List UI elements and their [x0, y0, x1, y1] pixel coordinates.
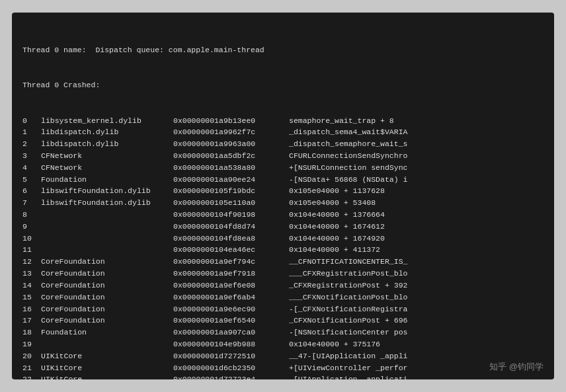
table-row: 16CoreFoundation0x00000001a9e6ec90-[_CFX… [22, 303, 544, 315]
table-row: 14CoreFoundation0x00000001a9ef6e08_CFXRe… [22, 280, 544, 292]
row-library: CoreFoundation [41, 315, 173, 327]
row-address: 0x00000001a9ef794c [173, 256, 289, 268]
row-library: libdispatch.dylib [41, 138, 173, 150]
table-row: 80x0000000104f901980x104e40000 + 1376664 [22, 209, 544, 221]
row-address: 0x00000001d6cb2350 [173, 362, 289, 374]
row-number: 6 [22, 185, 41, 197]
row-address: 0x00000001aa90ee24 [173, 174, 289, 186]
row-symbol: _CFXRegistrationPost + 392 [289, 280, 407, 292]
row-number: 16 [22, 303, 41, 315]
row-symbol: __47-[UIApplication _appli [289, 350, 407, 362]
terminal-window: Thread 0 name: Dispatch queue: com.apple… [12, 13, 554, 379]
header-line-2: Thread 0 Crashed: [22, 79, 544, 91]
table-row: 21UIKitCore0x00000001d6cb2350+[UIViewCon… [22, 362, 544, 374]
watermark-text: 知乎 @钧同学 [489, 361, 544, 373]
row-number: 22 [22, 373, 41, 379]
row-number: 11 [22, 244, 41, 256]
row-symbol: ___CFXNotificationPost_blo [289, 292, 407, 303]
row-symbol: __CFNOTIFICATIONCENTER_IS_ [289, 256, 407, 268]
row-symbol: 0x104e40000 + 411372 [289, 244, 380, 256]
row-symbol: 0x104e40000 + 1674612 [289, 221, 385, 233]
row-library: libswiftFoundation.dylib [41, 197, 173, 209]
table-row: 3CFNetwork0x00000001aa5dbf2cCFURLConnect… [22, 150, 544, 162]
row-address: 0x00000001a9962f7c [173, 126, 289, 138]
table-row: 17CoreFoundation0x00000001a9ef6540_CFXNo… [22, 315, 544, 327]
row-symbol: _dispatch_semaphore_wait_s [289, 138, 407, 150]
row-number: 8 [22, 209, 41, 221]
row-address: 0x00000001a9ef6540 [173, 315, 289, 327]
row-library: libsystem_kernel.dylib [41, 115, 173, 127]
row-library: UIKitCore [41, 350, 173, 362]
row-address: 0x00000001aa907ca0 [173, 327, 289, 338]
row-symbol: -[_CFXNotificationRegistra [289, 303, 407, 315]
row-library: UIKitCore [41, 362, 173, 374]
row-number: 4 [22, 162, 41, 174]
table-row: 100x0000000104fd8ea80x104e40000 + 167492… [22, 233, 544, 245]
table-row: 2libdispatch.dylib0x00000001a9963a00_dis… [22, 138, 544, 150]
row-library: CFNetwork [41, 162, 173, 174]
header-line-1: Thread 0 name: Dispatch queue: com.apple… [22, 44, 544, 56]
row-address: 0x00000001a9ef7918 [173, 268, 289, 280]
row-number: 17 [22, 315, 41, 327]
row-number: 20 [22, 350, 41, 362]
row-library: CoreFoundation [41, 292, 173, 303]
row-library: libswiftFoundation.dylib [41, 185, 173, 197]
table-row: 18Foundation0x00000001aa907ca0-[NSNotifi… [22, 327, 544, 338]
table-row: 0libsystem_kernel.dylib0x00000001a9b13ee… [22, 115, 544, 127]
row-symbol: +[NSURLConnection sendSync [289, 162, 407, 174]
row-symbol: CFURLConnectionSendSynchro [289, 150, 407, 162]
terminal-content: Thread 0 name: Dispatch queue: com.apple… [22, 20, 544, 379]
row-address: 0x00000001a9963a00 [173, 138, 289, 150]
row-symbol: 0x104e40000 + 1674920 [289, 233, 385, 245]
row-library: Foundation [41, 174, 173, 186]
table-row: 15CoreFoundation0x00000001a9ef6ab4___CFX… [22, 292, 544, 303]
row-number: 21 [22, 362, 41, 374]
row-symbol: 0x104e40000 + 1376664 [289, 209, 385, 221]
table-row: 1libdispatch.dylib0x00000001a9962f7c_dis… [22, 126, 544, 138]
row-symbol: ___CFXRegistrationPost_blo [289, 268, 407, 280]
row-number: 14 [22, 280, 41, 292]
table-row: 4CFNetwork0x00000001aa538a80+[NSURLConne… [22, 162, 544, 174]
row-library: CoreFoundation [41, 303, 173, 315]
row-address: 0x0000000104fd8ea8 [173, 233, 289, 245]
row-address: 0x00000001a9ef6e08 [173, 280, 289, 292]
row-address: 0x00000001a9b13ee0 [173, 115, 289, 127]
row-number: 7 [22, 197, 41, 209]
row-address: 0x00000001d72723e4 [173, 373, 289, 379]
row-number: 0 [22, 115, 41, 127]
table-row: 12CoreFoundation0x00000001a9ef794c__CFNO… [22, 256, 544, 268]
row-address: 0x0000000105e110a0 [173, 197, 289, 209]
table-row: 190x0000000104e9b9880x104e40000 + 375176 [22, 338, 544, 350]
row-address: 0x00000001aa5dbf2c [173, 150, 289, 162]
row-library: libdispatch.dylib [41, 126, 173, 138]
row-symbol: _CFXNotificationPost + 696 [289, 315, 407, 327]
table-row: 90x0000000104fd8d740x104e40000 + 1674612 [22, 221, 544, 233]
row-library: Foundation [41, 327, 173, 338]
row-symbol: 0x104e40000 + 375176 [289, 338, 380, 350]
row-address: 0x00000001a9ef6ab4 [173, 292, 289, 303]
row-number: 12 [22, 256, 41, 268]
table-row: 13CoreFoundation0x00000001a9ef7918___CFX… [22, 268, 544, 280]
row-number: 18 [22, 327, 41, 338]
row-number: 5 [22, 174, 41, 186]
row-address: 0x0000000104e9b988 [173, 338, 289, 350]
table-row: 5Foundation0x00000001aa90ee24-[NSData+ 5… [22, 174, 544, 186]
table-row: 110x0000000104ea46ec0x104e40000 + 411372 [22, 244, 544, 256]
row-library: UIKitCore [41, 373, 173, 379]
row-number: 3 [22, 150, 41, 162]
row-library: CoreFoundation [41, 256, 173, 268]
table-row: 7libswiftFoundation.dylib0x0000000105e11… [22, 197, 544, 209]
row-number: 13 [22, 268, 41, 280]
table-row: 22UIKitCore0x00000001d72723e4-[UIApplica… [22, 373, 544, 379]
row-library: CFNetwork [41, 150, 173, 162]
row-symbol: -[NSNotificationCenter pos [289, 327, 407, 338]
row-number: 9 [22, 221, 41, 233]
row-number: 1 [22, 126, 41, 138]
row-symbol: 0x105e04000 + 1137628 [289, 185, 385, 197]
row-number: 19 [22, 338, 41, 350]
row-address: 0x00000001d7272510 [173, 350, 289, 362]
table-row: 20UIKitCore0x00000001d7272510__47-[UIApp… [22, 350, 544, 362]
row-address: 0x0000000104fd8d74 [173, 221, 289, 233]
row-address: 0x00000001a9e6ec90 [173, 303, 289, 315]
table-row: 6libswiftFoundation.dylib0x0000000105f19… [22, 185, 544, 197]
